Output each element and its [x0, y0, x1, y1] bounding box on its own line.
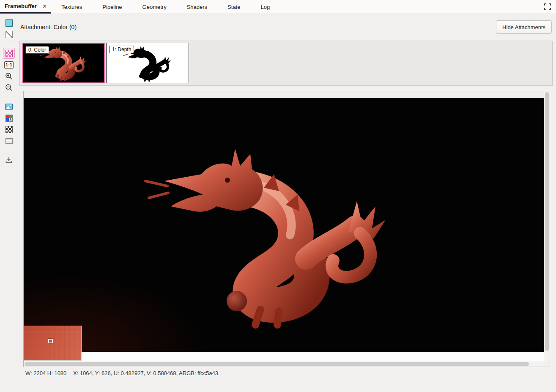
flat-shading-icon	[5, 138, 13, 144]
dragon-render	[24, 98, 544, 352]
tab-label: State	[227, 4, 240, 10]
tab-label: Textures	[61, 4, 82, 10]
transparent-background-icon	[5, 31, 13, 38]
viewer-toolbar: 1:1 a	[0, 14, 18, 392]
tab-label: Shaders	[187, 4, 207, 10]
checkerboard-background-icon	[5, 50, 13, 57]
hide-attachments-button[interactable]: Hide Attachments	[496, 20, 552, 34]
red-channel-swatch	[6, 115, 9, 118]
zoom-out-icon	[5, 84, 13, 91]
attachments-strip: 0: Color 1: Depth	[19, 41, 553, 86]
transparent-background-button[interactable]	[3, 29, 15, 40]
zoom-actual-size-icon: 1:1	[4, 61, 14, 69]
solid-background-color-button[interactable]	[3, 17, 15, 28]
color-channels-icon: a	[5, 115, 13, 122]
fullscreen-icon	[544, 3, 551, 11]
save-image-icon	[5, 156, 13, 164]
tab-shaders[interactable]: Shaders	[177, 0, 217, 14]
tab-label: Log	[260, 4, 270, 10]
image-size-text: W: 2204 H: 1080	[25, 370, 66, 376]
pixel-info-text: X: 1064, Y: 626, U: 0.482927, V: 0.58046…	[73, 370, 218, 376]
attachment-thumbnail-depth[interactable]: 1: Depth	[106, 43, 189, 83]
alpha-channel-swatch: a	[9, 118, 12, 121]
horizontal-scrollbar-thumb[interactable]	[25, 362, 529, 366]
tab-bar: Framebuffer × Textures Pipeline Geometry…	[0, 0, 556, 14]
close-icon[interactable]: ×	[43, 3, 47, 10]
tab-label: Framebuffer	[5, 3, 37, 9]
solid-background-color-icon	[5, 19, 13, 27]
tab-state[interactable]: State	[217, 0, 250, 14]
pixel-zoom-overlay	[24, 326, 82, 361]
tab-label: Geometry	[142, 4, 167, 10]
vertical-scrollbar[interactable]	[544, 91, 550, 361]
attachment-thumbnail-color[interactable]: 0: Color	[22, 43, 105, 83]
status-bar: W: 2204 H: 1080 X: 1064, Y: 626, U: 0.48…	[25, 370, 223, 376]
image-viewer	[23, 91, 550, 367]
fit-image-icon	[5, 104, 13, 110]
scrollbar-corner	[544, 361, 550, 367]
pixel-cursor	[48, 339, 53, 343]
color-channels-button[interactable]: a	[3, 112, 15, 123]
fit-image-button[interactable]	[3, 101, 15, 112]
tab-framebuffer[interactable]: Framebuffer ×	[0, 0, 51, 14]
alpha-checkerboard-icon	[5, 126, 13, 133]
checkerboard-background-button[interactable]	[3, 48, 15, 59]
tab-log[interactable]: Log	[250, 0, 280, 14]
horizontal-scrollbar[interactable]	[24, 361, 544, 367]
fullscreen-button[interactable]	[543, 2, 552, 11]
save-image-button[interactable]	[3, 154, 15, 165]
framebuffer-image[interactable]	[24, 98, 544, 352]
tab-label: Pipeline	[102, 4, 122, 10]
tab-geometry[interactable]: Geometry	[132, 0, 177, 14]
viewer-top-strip	[24, 91, 544, 98]
vertical-scrollbar-thumb[interactable]	[545, 92, 549, 351]
flat-shading-button[interactable]	[3, 135, 15, 146]
blue-channel-swatch	[6, 118, 9, 121]
zoom-in-button[interactable]	[3, 71, 15, 82]
zoom-in-icon	[5, 72, 13, 80]
tab-pipeline[interactable]: Pipeline	[92, 0, 132, 14]
zoom-actual-size-button[interactable]: 1:1	[3, 59, 15, 70]
attachment-badge: 1: Depth	[109, 46, 134, 53]
attachment-badge: 0: Color	[25, 46, 49, 54]
zoom-out-button[interactable]	[3, 82, 15, 93]
tab-textures[interactable]: Textures	[51, 0, 92, 14]
attachment-label: Attachment: Color (0)	[20, 24, 77, 30]
alpha-checkerboard-button[interactable]	[3, 124, 15, 135]
